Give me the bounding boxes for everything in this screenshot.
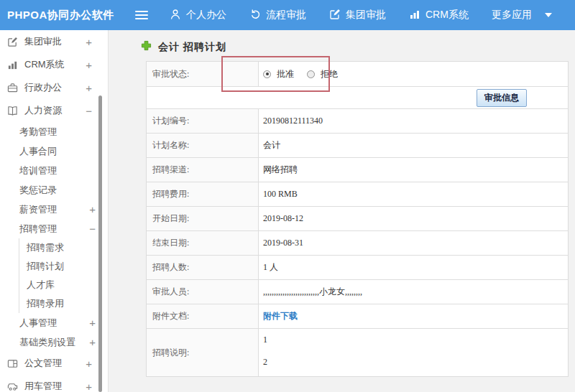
expand-icon[interactable]: + [89, 337, 96, 347]
expand-icon[interactable]: + [86, 83, 92, 93]
sidebar-scrollbar[interactable] [98, 95, 102, 392]
table-row: 计划编号: 20190812111340 [147, 109, 568, 134]
field-value: ,,,,,,,,,,,,,,,,,,,,,,,,,,小龙女,,,,,,,, [259, 280, 568, 304]
sidebar-item-document-mgmt[interactable]: 公文管理 + [0, 352, 108, 375]
sidebar-item-salary[interactable]: 薪资管理+ [0, 200, 108, 219]
page-header: 会计 招聘计划 [141, 40, 226, 54]
edit-icon [6, 36, 18, 47]
expand-icon[interactable]: + [86, 381, 92, 392]
sidebar-item-talent-pool[interactable]: 人才库 [19, 276, 108, 294]
flow-icon [249, 9, 261, 22]
sidebar-item-hr[interactable]: 人力资源 − [0, 99, 108, 122]
field-label: 招聘人数: [147, 256, 259, 279]
document-icon [6, 358, 18, 369]
reject-radio[interactable] [307, 70, 315, 78]
field-label: 附件文档: [147, 304, 259, 328]
sidebar-item-recruit-hire[interactable]: 招聘录用 [19, 294, 108, 313]
table-row: 开始日期: 2019-08-12 [147, 207, 568, 231]
edit-icon [329, 9, 341, 22]
bar-chart-icon [6, 59, 18, 70]
bar-chart-icon [409, 9, 420, 22]
attachment-row: 附件文档: 附件下载 [147, 304, 568, 329]
sidebar-item-training[interactable]: 培训管理 [0, 161, 108, 180]
topbar: PHPOA协同办公软件 个人办公 流程审批 集团审批 CRM系统 更多应用 [0, 0, 575, 30]
nav-crm-system[interactable]: CRM系统 [409, 9, 469, 22]
attachment-download-link[interactable]: 附件下载 [263, 310, 298, 322]
sidebar-item-recruit-demand[interactable]: 招聘需求 [19, 238, 108, 257]
sidebar-item-hr-contract[interactable]: 人事合同 [0, 141, 108, 161]
approval-radio-group: 批准 拒绝 [263, 68, 345, 80]
sidebar-item-group-approval[interactable]: 集团审批 + [0, 30, 108, 53]
approval-info-button[interactable]: 审批信息 [477, 89, 527, 107]
page-title: 会计 招聘计划 [158, 41, 226, 54]
description-line: 2 [263, 357, 568, 368]
table-row: 结束日期: 2019-08-31 [147, 231, 568, 256]
sidebar-item-recruit-plan[interactable]: 招聘计划 [19, 257, 108, 276]
expand-icon[interactable]: + [86, 358, 92, 369]
sidebar-item-crm[interactable]: CRM系统 + [0, 53, 108, 76]
expand-icon[interactable]: + [86, 60, 92, 70]
menu-icon[interactable] [135, 11, 148, 19]
table-row: 招聘渠道: 网络招聘 [147, 158, 568, 182]
field-label: 审批人员: [147, 280, 259, 304]
caret-down-icon[interactable] [545, 13, 552, 17]
description-row: 招聘说明: 1 2 [147, 329, 568, 376]
table-row: 计划名称: 会计 [147, 134, 568, 158]
field-value: 会计 [259, 134, 568, 157]
approve-radio-label[interactable]: 批准 [277, 68, 294, 80]
field-value: 2019-08-12 [259, 207, 568, 230]
field-label: 开始日期: [147, 207, 259, 230]
collapse-icon[interactable]: − [86, 106, 92, 116]
user-icon [170, 9, 181, 22]
book-icon [6, 105, 18, 116]
main-content: 会计 招聘计划 审批状态: 批准 拒绝 审批信息 计划编号: 201908121… [108, 30, 575, 392]
briefcase-icon [6, 82, 18, 93]
button-row: 审批信息 [147, 87, 568, 109]
table-row: 审批人员: ,,,,,,,,,,,,,,,,,,,,,,,,,,小龙女,,,,,… [147, 280, 568, 304]
sidebar-item-vehicle-mgmt[interactable]: 用车管理 + [0, 375, 108, 392]
field-value: 2019-08-31 [259, 231, 568, 255]
table-row: 招聘费用: 100 RMB [147, 182, 568, 207]
description-line: 1 [263, 335, 568, 345]
approve-radio[interactable] [263, 70, 271, 78]
expand-icon[interactable]: + [89, 204, 96, 215]
topnav: 个人办公 流程审批 集团审批 CRM系统 更多应用 [170, 9, 552, 22]
nav-more-apps[interactable]: 更多应用 [492, 9, 532, 22]
table-row: 招聘人数: 1 人 [147, 256, 568, 280]
field-label: 结束日期: [147, 231, 259, 255]
field-label: 招聘说明: [147, 329, 259, 376]
sidebar-item-personnel[interactable]: 人事管理+ [0, 313, 108, 332]
reject-radio-label[interactable]: 拒绝 [321, 68, 338, 80]
field-value: 1 2 [259, 329, 568, 376]
nav-personal-office[interactable]: 个人办公 [170, 9, 226, 22]
field-value: 1 人 [259, 256, 568, 279]
field-label: 审批状态: [147, 62, 259, 86]
field-label: 计划名称: [147, 134, 259, 157]
field-label: 招聘费用: [147, 182, 259, 206]
collapse-icon[interactable]: − [89, 223, 96, 234]
car-icon [6, 381, 18, 392]
status-row: 审批状态: 批准 拒绝 [147, 62, 568, 87]
field-label: 招聘渠道: [147, 158, 259, 182]
nav-group-approval[interactable]: 集团审批 [329, 9, 386, 22]
recruit-submenu: 招聘需求 招聘计划 人才库 招聘录用 [19, 238, 108, 313]
plus-icon [141, 40, 152, 54]
field-value: 网络招聘 [259, 158, 568, 182]
field-label: 计划编号: [147, 109, 259, 133]
expand-icon[interactable]: + [89, 317, 96, 328]
sidebar: 集团审批 + CRM系统 + 行政办公 + 人力资源 − 考勤管理 人事合同 培… [0, 30, 108, 392]
app-title: PHPOA协同办公软件 [0, 9, 135, 22]
sidebar-item-base-category[interactable]: 基础类别设置+ [0, 332, 108, 352]
sidebar-item-attendance[interactable]: 考勤管理 [0, 122, 108, 141]
expand-icon[interactable]: + [86, 37, 92, 47]
field-value: 20190812111340 [259, 109, 568, 133]
sidebar-item-rewards[interactable]: 奖惩记录 [0, 180, 108, 200]
sidebar-item-recruit-mgmt[interactable]: 招聘管理− [0, 219, 108, 238]
nav-process-approval[interactable]: 流程审批 [249, 9, 306, 22]
sidebar-item-admin-office[interactable]: 行政办公 + [0, 76, 108, 99]
recruit-plan-form: 审批状态: 批准 拒绝 审批信息 计划编号: 20190812111340 计划… [146, 61, 569, 377]
field-value: 100 RMB [259, 182, 568, 206]
